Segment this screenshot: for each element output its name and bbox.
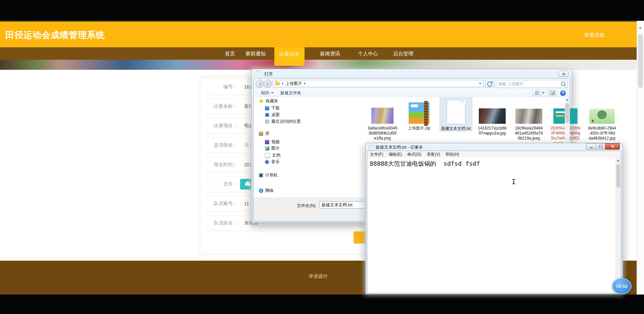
views-button[interactable] (533, 90, 541, 96)
notepad-title: 新建文本文档.txt - 记事本 (376, 145, 423, 150)
sidebar-label: 库 (265, 131, 270, 137)
sidebar-item-network[interactable]: 网络 (259, 188, 274, 194)
minimize-icon (590, 147, 593, 148)
organize-dropdown-icon (271, 92, 274, 94)
sidebar-item-pictures[interactable]: 图片 (265, 145, 280, 151)
downloads-icon (265, 106, 269, 110)
sidebar-item-favorites[interactable]: 收藏夹 (259, 98, 278, 104)
back-icon (259, 82, 261, 86)
sidebar-item-downloads[interactable]: 下载 (265, 105, 280, 111)
scrollbar-thumb[interactable] (616, 164, 620, 188)
nav-item-home[interactable]: 首页 (220, 47, 240, 60)
scroll-up-button[interactable] (565, 97, 570, 102)
address-dropdown-icon[interactable] (479, 83, 481, 84)
back-button[interactable] (256, 80, 264, 88)
refresh-button[interactable] (485, 80, 494, 88)
file-item[interactable]: 1418217vp1b6b97nappu1w.jpg (475, 97, 509, 136)
file-item[interactable]: 3a8ace8fce83453b9858f4b1d59e1ffa.png (366, 97, 399, 141)
zip-file-icon (409, 102, 429, 124)
list-view-icon (535, 91, 539, 95)
site-header: 田径运动会成绩管理系统 欢迎光临 (0, 22, 637, 47)
page-scrollbar[interactable] (637, 21, 644, 295)
music-icon (265, 160, 269, 164)
forward-button[interactable] (264, 80, 272, 88)
menu-file[interactable]: 文件(F) (367, 152, 386, 157)
nav-item-notice[interactable]: 赛前通知 (239, 47, 272, 60)
dialog-close-button[interactable] (559, 71, 568, 77)
image-thumbnail (589, 109, 615, 124)
forward-icon (267, 82, 269, 86)
dialog-sidebar: 收藏夹 下载 桌面 最近访问的位置 库 视频 图片 文档 音乐 计算机 网络 (254, 97, 311, 198)
dialog-titlebar[interactable]: 打开 (251, 69, 572, 78)
scroll-up-button[interactable] (616, 158, 620, 163)
sidebar-item-videos[interactable]: 视频 (265, 139, 280, 145)
refresh-icon (487, 82, 492, 87)
search-input[interactable] (498, 81, 559, 87)
nav-item-competitions[interactable]: 比赛信息 (274, 47, 305, 66)
help-button[interactable]: ? (560, 90, 566, 96)
scroll-up-icon (617, 160, 619, 161)
sidebar-label: 文档 (272, 153, 280, 158)
welcome-text: 欢迎光临 (584, 32, 604, 38)
new-folder-button[interactable]: 新建文件夹 (277, 89, 305, 97)
network-icon (259, 189, 263, 193)
sidebar-item-libraries[interactable]: 库 (259, 130, 270, 137)
field-value: 11 (244, 201, 249, 206)
dialog-title: 打开 (264, 71, 273, 77)
search-box[interactable] (496, 80, 568, 88)
preview-pane-icon (550, 91, 555, 95)
file-item-selected[interactable]: 新建文本文档.txt (440, 97, 472, 132)
scroll-up-icon[interactable] (639, 27, 642, 29)
nav-item-news[interactable]: 新闻资讯 (312, 47, 349, 60)
nav-item-personal[interactable]: 个人中心 (351, 47, 385, 60)
field-label: 编号： (205, 84, 237, 90)
sidebar-item-music[interactable]: 音乐 (265, 159, 280, 165)
sidebar-item-recent-places[interactable]: 最近访问的位置 (265, 118, 301, 124)
menu-view[interactable]: 查看(V) (424, 152, 443, 157)
page-scrollbar-thumb[interactable] (638, 34, 643, 88)
notepad-menu-bar: 文件(F) 编辑(E) 格式(O) 查看(V) 帮助(H) (367, 151, 621, 158)
file-item[interactable]: 上传图片.zip (402, 97, 436, 131)
close-icon (611, 145, 614, 148)
sidebar-item-desktop[interactable]: 桌面 (265, 112, 280, 118)
dialog-address-row: 上传图片 (254, 78, 570, 89)
organize-button[interactable]: 组织 (258, 89, 277, 97)
menu-format[interactable]: 格式(O) (405, 152, 424, 157)
notepad-scrollbar[interactable] (615, 158, 621, 293)
maximize-button[interactable] (596, 143, 606, 150)
breadcrumb-arrow-icon (304, 82, 306, 85)
field-label: 比赛项目： (205, 123, 237, 129)
field-label: 是否报名： (205, 142, 237, 148)
notepad-text-area[interactable]: 88888大范甘迪电饭锅的 sdfsd fsdf (367, 158, 616, 293)
preview-pane-button[interactable] (548, 90, 557, 96)
computer-icon (259, 173, 263, 177)
views-dropdown-icon[interactable] (542, 92, 545, 94)
address-bar[interactable]: 上传图片 (273, 80, 484, 87)
close-button[interactable] (605, 143, 620, 150)
screen: 田径运动会成绩管理系统 欢迎光临 首页 赛前通知 比赛信息 新闻资讯 个人中心 … (0, 0, 644, 314)
menu-edit[interactable]: 编辑(E) (386, 152, 405, 157)
sidebar-label: 收藏夹 (266, 98, 278, 104)
scrollbar-thumb[interactable] (565, 103, 569, 123)
image-thumbnail (371, 108, 394, 124)
field-label: 队员账号： (205, 201, 237, 207)
sidebar-label: 网络 (265, 188, 274, 194)
scroll-up-icon (566, 99, 569, 101)
sidebar-label: 视频 (271, 139, 280, 145)
nav-item-admin[interactable]: 后台管理 (386, 47, 420, 60)
menu-help[interactable]: 帮助(H) (443, 152, 462, 157)
field-label: 文件： (205, 181, 237, 187)
libraries-icon (259, 132, 263, 136)
file-item[interactable]: 8e9cdb80-29a4-450c-87ff-06dda463b412.jpg (585, 97, 619, 141)
field-label: 队员姓名： (205, 220, 237, 226)
recording-timer-badge[interactable]: 02:52 (612, 278, 632, 294)
minimize-button[interactable] (586, 143, 596, 150)
recent-places-icon (265, 119, 269, 124)
breadcrumb-folder[interactable]: 上传图片 (285, 81, 302, 87)
cloud-upload-icon (245, 183, 251, 186)
sidebar-item-documents[interactable]: 文档 (265, 152, 280, 158)
sidebar-item-computer[interactable]: 计算机 (259, 172, 278, 178)
text-file-icon (447, 100, 465, 124)
file-item[interactable]: 18cf8eea29484461a45285fa788b219a.jpeg (512, 97, 546, 141)
notepad-text: 88888大范甘迪电饭锅的 sdfsd fsdf (370, 160, 480, 168)
